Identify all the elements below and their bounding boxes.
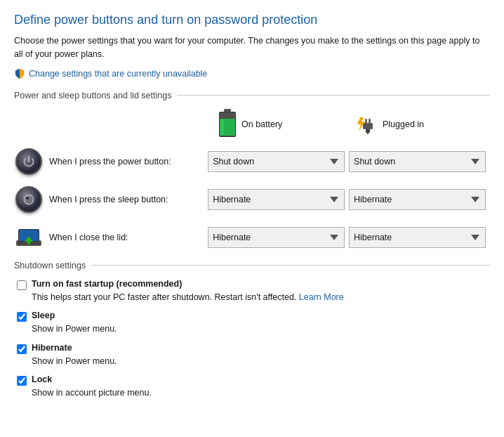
hibernate-label-text: Hibernate bbox=[32, 343, 72, 353]
sleep-button-on-battery-wrapper: Hibernate Do nothing Sleep Shut down Tur… bbox=[208, 189, 345, 210]
lid-row: When I close the lid: Hibernate Do nothi… bbox=[14, 223, 490, 252]
svg-rect-0 bbox=[224, 109, 231, 112]
sleep-button-plugged-in-wrapper: Hibernate Do nothing Sleep Shut down Tur… bbox=[349, 189, 486, 210]
shutdown-section: Shutdown settings Turn on fast startup (… bbox=[14, 261, 490, 400]
fast-startup-label[interactable]: Turn on fast startup (recommended) bbox=[32, 279, 182, 289]
svg-rect-9 bbox=[369, 119, 371, 124]
lid-icon bbox=[15, 226, 43, 249]
shutdown-section-divider bbox=[91, 265, 490, 266]
on-battery-header: On battery bbox=[218, 109, 352, 140]
lock-subtext: Show in account picture menu. bbox=[14, 387, 490, 400]
sleep-button-label: When I press the sleep button: bbox=[44, 195, 208, 204]
hibernate-label[interactable]: Hibernate bbox=[32, 343, 72, 353]
power-symbol-icon bbox=[22, 155, 35, 168]
power-button-label: When I press the power button: bbox=[44, 157, 208, 167]
sleep-button-row: When I press the sleep button: Hibernate… bbox=[14, 185, 490, 214]
svg-point-15 bbox=[26, 197, 29, 200]
svg-rect-21 bbox=[27, 242, 30, 244]
power-sleep-section-header: Power and sleep buttons and lid settings bbox=[14, 91, 490, 100]
lid-icon-container bbox=[14, 223, 44, 252]
page-description: Choose the power settings that you want … bbox=[14, 34, 490, 61]
lock-checkbox[interactable] bbox=[17, 376, 27, 386]
on-battery-label: On battery bbox=[241, 119, 282, 129]
svg-point-13 bbox=[25, 195, 34, 204]
lock-row: Lock bbox=[14, 374, 490, 386]
sleep-label-text: Sleep bbox=[32, 311, 55, 320]
learn-more-link[interactable]: Learn More bbox=[299, 292, 344, 302]
power-button-plugged-in-wrapper: Shut down Do nothing Sleep Hibernate Tur… bbox=[349, 151, 486, 172]
power-icon bbox=[15, 148, 42, 175]
power-button-row: When I press the power button: Shut down… bbox=[14, 147, 490, 176]
hibernate-checkbox[interactable] bbox=[17, 344, 27, 354]
plug-icon bbox=[356, 115, 378, 134]
lock-label-text: Lock bbox=[32, 374, 52, 384]
sleep-button-icon-container bbox=[14, 185, 44, 214]
svg-rect-5 bbox=[363, 123, 373, 129]
sleep-checkbox[interactable] bbox=[17, 312, 27, 322]
hibernate-row: Hibernate bbox=[14, 343, 490, 354]
svg-rect-8 bbox=[365, 119, 367, 124]
lid-plugged-in-wrapper: Hibernate Do nothing Sleep Shut down Tur… bbox=[349, 227, 486, 248]
svg-rect-6 bbox=[366, 129, 370, 133]
columns-header: On battery Plugged in bbox=[14, 109, 490, 140]
plugged-in-label: Plugged in bbox=[383, 119, 424, 129]
change-settings-label: Change settings that are currently unava… bbox=[29, 69, 207, 79]
hibernate-subtext: Show in Power menu. bbox=[14, 356, 490, 368]
section-divider bbox=[177, 95, 490, 96]
fast-startup-subtext: This helps start your PC faster after sh… bbox=[14, 292, 490, 304]
fast-startup-subtext-text: This helps start your PC faster after sh… bbox=[32, 292, 296, 302]
page-title: Define power buttons and turn on passwor… bbox=[14, 13, 490, 27]
lock-label[interactable]: Lock bbox=[32, 374, 52, 384]
power-button-on-battery-wrapper: Shut down Do nothing Sleep Hibernate Tur… bbox=[208, 151, 345, 172]
sleep-icon bbox=[15, 186, 42, 213]
sleep-button-plugged-in-select[interactable]: Hibernate Do nothing Sleep Shut down Tur… bbox=[349, 189, 486, 210]
lid-on-battery-wrapper: Hibernate Do nothing Sleep Shut down Tur… bbox=[208, 227, 345, 248]
battery-icon bbox=[218, 109, 237, 140]
lid-on-battery-select[interactable]: Hibernate Do nothing Sleep Shut down Tur… bbox=[208, 227, 345, 248]
svg-rect-4 bbox=[220, 119, 224, 135]
fast-startup-label-text: Turn on fast startup (recommended) bbox=[32, 279, 182, 289]
sleep-subtext: Show in Power menu. bbox=[14, 323, 490, 336]
power-button-on-battery-select[interactable]: Shut down Do nothing Sleep Hibernate Tur… bbox=[208, 151, 345, 172]
lid-plugged-in-select[interactable]: Hibernate Do nothing Sleep Shut down Tur… bbox=[349, 227, 486, 248]
shutdown-section-header: Shutdown settings bbox=[14, 261, 490, 270]
sleep-row: Sleep bbox=[14, 311, 490, 322]
power-sleep-section-title: Power and sleep buttons and lid settings bbox=[14, 91, 177, 100]
sleep-label[interactable]: Sleep bbox=[32, 311, 55, 320]
shutdown-section-title: Shutdown settings bbox=[14, 261, 91, 270]
lid-label: When I close the lid: bbox=[44, 233, 208, 242]
change-settings-link[interactable]: Change settings that are currently unava… bbox=[14, 68, 490, 79]
fast-startup-row: Turn on fast startup (recommended) bbox=[14, 279, 490, 290]
shield-icon bbox=[14, 68, 25, 79]
sleep-button-on-battery-select[interactable]: Hibernate Do nothing Sleep Shut down Tur… bbox=[208, 189, 345, 210]
power-button-icon-container bbox=[14, 147, 44, 176]
fast-startup-checkbox[interactable] bbox=[17, 280, 27, 290]
sleep-symbol-icon bbox=[22, 193, 35, 206]
plugged-in-header: Plugged in bbox=[356, 115, 490, 134]
power-button-plugged-in-select[interactable]: Shut down Do nothing Sleep Hibernate Tur… bbox=[349, 151, 486, 172]
